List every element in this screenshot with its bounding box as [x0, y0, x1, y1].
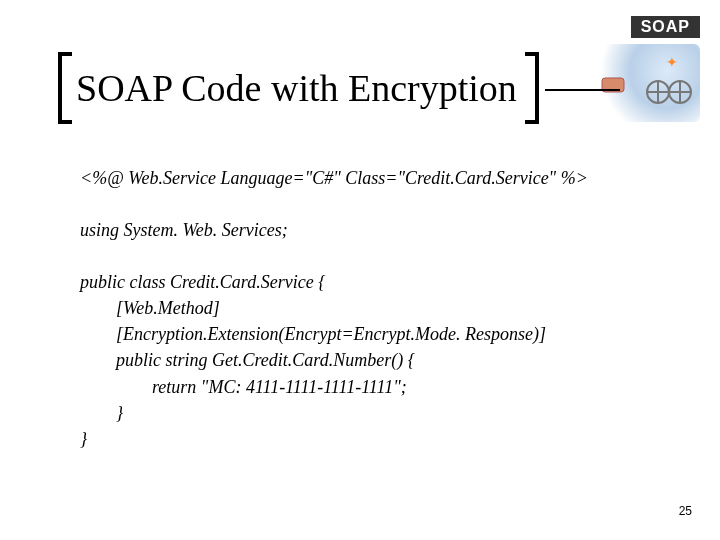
sparkle-icon: ✦ — [666, 54, 678, 71]
code-line: public string Get.Credit.Card.Number() { — [80, 347, 660, 373]
title-rule — [545, 89, 620, 91]
code-line: [Encryption.Extension(Encrypt=Encrypt.Mo… — [80, 321, 660, 347]
code-line: [Web.Method] — [80, 295, 660, 321]
right-bracket-icon — [525, 52, 539, 124]
code-blank — [80, 191, 660, 217]
page-number: 25 — [679, 504, 692, 518]
code-line: <%@ Web.Service Language="C#" Class="Cre… — [80, 165, 660, 191]
code-line: } — [80, 400, 660, 426]
slide-title-wrap: SOAP Code with Encryption — [58, 52, 620, 124]
soap-logo-label: SOAP — [631, 16, 700, 38]
left-bracket-icon — [58, 52, 72, 124]
code-line: return "MC: 4111-1111-1111-1111"; — [80, 374, 660, 400]
code-block: <%@ Web.Service Language="C#" Class="Cre… — [80, 165, 660, 452]
code-line: } — [80, 426, 660, 452]
slide-title: SOAP Code with Encryption — [76, 66, 517, 110]
code-blank — [80, 243, 660, 269]
code-line: public class Credit.Card.Service { — [80, 269, 660, 295]
code-line: using System. Web. Services; — [80, 217, 660, 243]
